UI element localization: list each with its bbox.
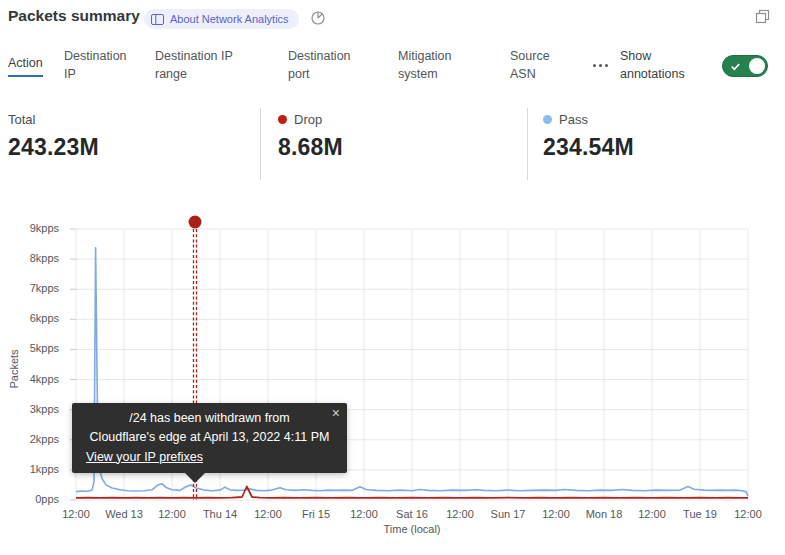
stat-drop-value: 8.68M <box>278 134 527 161</box>
tooltip-text-line2: Cloudflare's edge at April 13, 2022 4:11… <box>86 428 333 447</box>
stat-total-label: Total <box>8 112 35 127</box>
x-axis-title: Time (local) <box>76 523 748 535</box>
stat-pass-value: 234.54M <box>543 134 785 161</box>
page-title: Packets summary <box>8 7 140 25</box>
tab-destination-ip-range[interactable]: Destination IP range <box>155 44 250 88</box>
stat-drop-label: Drop <box>294 112 322 127</box>
show-annotations-label: Show annotations <box>620 44 704 88</box>
pass-legend-dot-icon <box>543 115 552 124</box>
y-tick-label: 1kpps <box>0 463 68 475</box>
annotations-toggle[interactable] <box>722 55 768 77</box>
drop-legend-dot-icon <box>278 115 287 124</box>
tooltip-caret <box>184 472 206 483</box>
chart-plot-area[interactable] <box>0 215 785 555</box>
y-tick-label: 7kpps <box>0 282 68 294</box>
tooltip-text-line1: /24 has been withdrawn from <box>86 409 333 428</box>
about-network-analytics-link[interactable]: About Network Analytics <box>144 9 299 29</box>
y-tick-label: 2kpps <box>0 433 68 445</box>
more-tabs-icon[interactable] <box>593 64 608 67</box>
book-icon <box>151 14 164 25</box>
tab-destination-port[interactable]: Destination port <box>288 44 364 88</box>
stat-pass: Pass 234.54M <box>527 108 785 180</box>
check-icon <box>730 61 741 72</box>
tab-mitigation-system[interactable]: Mitigation system <box>398 44 474 88</box>
tab-source-asn[interactable]: Source ASN <box>510 44 560 88</box>
y-tick-label: 0pps <box>0 493 68 505</box>
stat-total: Total 243.23M <box>0 108 260 180</box>
y-tick-label: 6kpps <box>0 312 68 324</box>
tooltip-close-icon[interactable]: × <box>332 405 340 422</box>
tab-action[interactable]: Action <box>8 44 43 88</box>
y-tick-label: 9kpps <box>0 222 68 234</box>
toggle-knob <box>749 58 765 74</box>
packets-time-series-chart: 0pps1kpps2kpps3kpps4kpps5kpps6kpps7kpps8… <box>0 215 785 555</box>
annotation-tooltip: × /24 has been withdrawn from Cloudflare… <box>72 403 347 473</box>
dimension-tabs: Action Destination IP Destination IP ran… <box>0 44 785 88</box>
x-tick-label: 12:00 <box>718 508 778 520</box>
stat-total-value: 243.23M <box>8 134 260 161</box>
about-badge-label: About Network Analytics <box>170 13 289 25</box>
view-ip-prefixes-link[interactable]: View your IP prefixes <box>86 450 203 464</box>
stat-drop: Drop 8.68M <box>260 108 527 180</box>
summary-stats: Total 243.23M Drop 8.68M Pass 234.54M <box>0 108 785 180</box>
annotation-marker-dot[interactable] <box>189 216 202 229</box>
packets-summary-card: Packets summary About Network Analytics … <box>0 0 785 555</box>
y-axis-title: Packets <box>8 329 20 409</box>
y-tick-label: 8kpps <box>0 252 68 264</box>
stat-pass-label: Pass <box>559 112 588 127</box>
tab-destination-ip[interactable]: Destination IP <box>64 44 140 88</box>
time-comparison-icon[interactable] <box>310 10 326 26</box>
open-in-new-window-icon[interactable] <box>755 9 770 24</box>
